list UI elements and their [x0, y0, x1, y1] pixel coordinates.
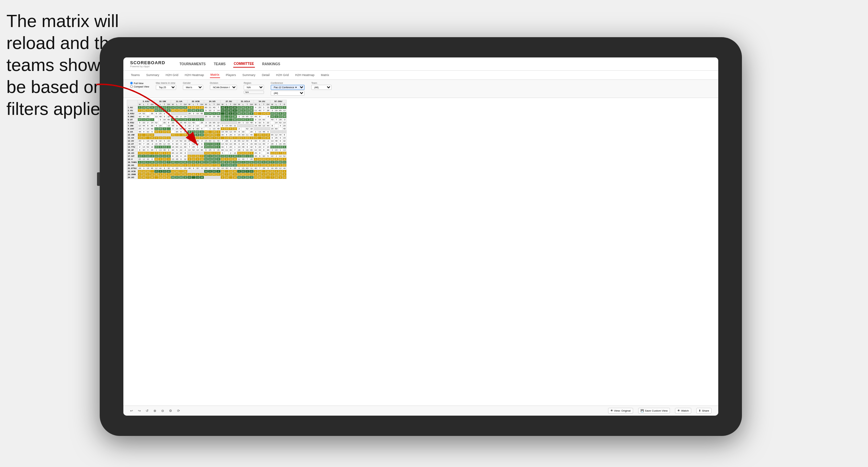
matrix-cell: [278, 130, 282, 133]
matrix-cell: 60: [216, 115, 220, 118]
matrix-cell: 13: [216, 161, 220, 164]
matrix-cell: 12: [241, 140, 245, 143]
matrix-cell: [241, 124, 245, 127]
matrix-cell: 52: [183, 173, 187, 176]
sub-h2h-heatmap2[interactable]: H2H Heatmap: [294, 72, 315, 78]
matrix-cell: 28: [228, 173, 233, 176]
matrix-cell: 20: [187, 176, 191, 179]
sub-matrix2[interactable]: Matrix: [320, 72, 330, 78]
settings-icon[interactable]: ⚙: [169, 409, 172, 413]
matrix-cell: 3: [142, 167, 146, 170]
matrix-cell: 60: [233, 158, 237, 161]
refresh-icon[interactable]: ↺: [146, 409, 148, 413]
sub-teams[interactable]: Teams: [130, 72, 141, 78]
nav-rankings[interactable]: RANKINGS: [262, 61, 281, 67]
matrix-cell: 13: [258, 130, 262, 133]
matrix-cell: 4: [224, 146, 228, 149]
matrix-cell: 32: [224, 127, 228, 130]
matrix-cell: 9: [245, 146, 249, 149]
sub-players[interactable]: Players: [225, 72, 237, 78]
matrix-cell: 60: [254, 143, 258, 146]
nav-committee[interactable]: COMMITTEE: [233, 60, 255, 68]
matrix-cell: [262, 115, 266, 118]
watch-btn[interactable]: 👁 Watch: [675, 408, 691, 414]
matrix-cell: 15: [162, 170, 166, 173]
matrix-cell: -0: [249, 176, 254, 179]
table-row: 21. ETSU2831665124483042011348932-522214…: [127, 167, 287, 170]
matrix-cell: [220, 121, 224, 124]
matrix-cell: 30: [245, 164, 249, 167]
sub-detail[interactable]: Detail: [261, 72, 270, 78]
matrix-cell: 6: [245, 118, 249, 121]
view-original-btn[interactable]: 👁 View: Original: [608, 408, 633, 414]
matrix-cell: 65: [249, 149, 254, 152]
matrix-cell: 6: [237, 143, 241, 146]
matrix-cell: 0: [191, 164, 195, 167]
matrix-cell: 9: [254, 121, 258, 124]
matrix-cell: 12: [237, 106, 241, 109]
matrix-cell: [282, 130, 286, 133]
matrix-cell: 15: [245, 109, 249, 112]
team-select[interactable]: (All): [311, 85, 332, 90]
matrix-cell: 28: [249, 158, 254, 161]
matrix-cell: 7: [262, 109, 266, 112]
sub-h2h-heatmap1[interactable]: H2H Heatmap: [184, 72, 205, 78]
matrix-cell: 35: [224, 167, 228, 170]
sub-h2h-grid2[interactable]: H2H Grid: [275, 72, 290, 78]
share-label: Share: [702, 409, 709, 412]
undo-icon[interactable]: ↩: [130, 409, 133, 413]
matrix-cell: 40: [270, 118, 274, 121]
matrix-cell: 28: [274, 176, 278, 179]
share-btn[interactable]: ⬆ Share: [696, 408, 712, 414]
sub-h2h-grid1[interactable]: H2H Grid: [165, 72, 179, 78]
matrix-cell: 2: [208, 167, 212, 170]
reset-icon[interactable]: ⟳: [177, 409, 180, 413]
matrix-cell: 2: [220, 176, 224, 179]
matrix-cell: -5: [282, 106, 286, 109]
matrix-cell: 7: [216, 106, 220, 109]
redo-icon[interactable]: ↪: [138, 409, 141, 413]
matrix-cell: 9: [158, 173, 162, 176]
matrix-cell: 14: [245, 161, 249, 164]
matrix-cell: 65: [282, 143, 286, 146]
matrix-cell: 6: [249, 152, 254, 155]
matrix-cell: 44: [282, 167, 286, 170]
conference-all-select[interactable]: (All): [271, 91, 305, 96]
matrix-cell: 2: [241, 161, 245, 164]
nav-tournaments[interactable]: TOURNAMENTS: [179, 61, 207, 67]
matrix-cell: 7: [270, 176, 274, 179]
matrix-cell: 25: [220, 158, 224, 161]
matrix-cell: 6: [228, 167, 233, 170]
matrix-cell: 52: [270, 146, 274, 149]
region-select[interactable]: N/A: [244, 85, 264, 90]
matrix-cell: 5: [233, 161, 237, 164]
matrix-cell: 20: [249, 130, 254, 133]
matrix-cell: 0: [158, 170, 162, 173]
matrix-cell: 65: [262, 158, 266, 161]
matrix-cell: 8: [216, 146, 220, 149]
matrix-cell: 4: [138, 173, 142, 176]
matrix-cell: 13: [249, 155, 254, 158]
matrix-cell: [270, 130, 274, 133]
row-header: 20. UG: [127, 164, 138, 167]
matrix-cell: 20: [262, 140, 266, 143]
matrix-cell: 3: [270, 109, 274, 112]
matrix-cell: 6: [270, 137, 274, 140]
matrix-cell: 6: [216, 158, 220, 161]
zoom-out-icon[interactable]: ⊖: [161, 409, 164, 413]
matrix-cell: 65: [162, 176, 166, 179]
matrix-cell: 20: [258, 106, 262, 109]
matrix-cell: -5: [166, 173, 171, 176]
sub-summary1[interactable]: Summary: [146, 72, 160, 78]
matrix-cell: -4: [266, 115, 270, 118]
conference-select[interactable]: Pac-12 Conference ▼: [271, 85, 305, 90]
matrix-cell: 0: [237, 167, 241, 170]
matrix-cell: 32: [228, 161, 233, 164]
matrix-cell: 11: [216, 173, 220, 176]
sub-matrix1[interactable]: Matrix: [210, 72, 220, 78]
zoom-icon[interactable]: ⊕: [153, 409, 156, 413]
nav-teams[interactable]: TEAMS: [213, 61, 226, 67]
save-custom-btn[interactable]: 💾 Save Custom View: [638, 408, 670, 414]
conference-label: Conference: [271, 82, 305, 84]
sub-summary2[interactable]: Summary: [242, 72, 256, 78]
